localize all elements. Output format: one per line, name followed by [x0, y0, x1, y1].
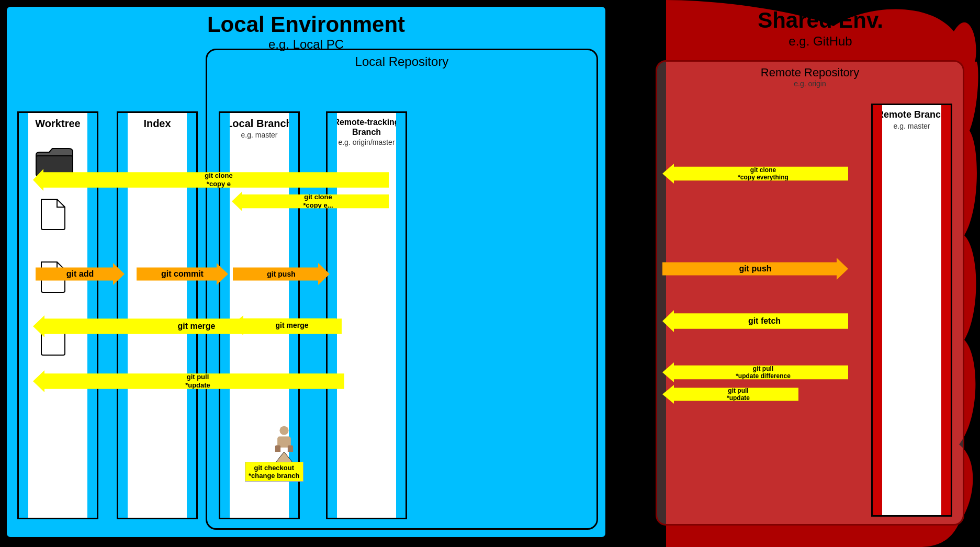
- shared-env-subtitle: e.g. GitHub: [677, 34, 964, 49]
- svg-point-1: [279, 426, 288, 435]
- remote-repo-box: Remote Repository e.g. origin Remote Bra…: [656, 60, 964, 526]
- col-remotebranch: Remote Branch e.g. master: [871, 104, 952, 517]
- git-clone-arrow-2: git clone*copy e...: [232, 191, 389, 211]
- git-merge-arrow-2: git merge: [232, 315, 336, 335]
- index-title: Index: [118, 113, 196, 131]
- git-clone-1-label: git clone*copy e: [189, 172, 232, 188]
- git-pull-1-label: git pull*update: [167, 373, 210, 389]
- local-env-title: Local Environment: [7, 7, 605, 37]
- worktree-title: Worktree: [19, 113, 97, 131]
- shared-env-title: Shared Env.: [677, 8, 964, 33]
- git-pull-3-label: git pull*update: [711, 387, 750, 402]
- file-icon-1: [39, 197, 67, 233]
- git-merge-1-label: git merge: [159, 322, 215, 331]
- shared-environment: Shared Env. e.g. GitHub Remote Repositor…: [614, 0, 980, 547]
- git-push-2-label: git push: [739, 264, 771, 274]
- git-clone-2-label: git clone*copy e...: [287, 193, 333, 209]
- git-add-label: git add: [66, 269, 94, 279]
- git-pull-2-label: git pull*update difference: [720, 365, 791, 380]
- git-push-1-label: git push: [267, 270, 295, 278]
- git-commit-label: git commit: [161, 269, 204, 279]
- localbranch-subtitle: e.g. master: [220, 131, 298, 139]
- git-clone-3-label: git clone*copy everything: [722, 166, 788, 181]
- remotetracking-title: Remote-tracking Branch: [328, 113, 405, 138]
- checkout-person-icon: [268, 425, 300, 452]
- vbar-remotebranch-right: [941, 105, 951, 515]
- remote-repo-subtitle: e.g. origin: [657, 79, 963, 88]
- remote-repo-title: Remote Repository: [657, 62, 963, 79]
- git-checkout-label: git checkout*change branch: [245, 462, 303, 482]
- vbar-remotetracking-right: [396, 113, 405, 518]
- git-pull-arrow-2: git pull*update difference: [662, 362, 848, 382]
- remotetracking-subtitle: e.g. origin/master: [328, 138, 405, 146]
- svg-rect-4: [288, 446, 293, 452]
- git-push-arrow-2: git push: [662, 258, 848, 280]
- git-clone-arrow-3: git clone*copy everything: [662, 164, 848, 184]
- remotebranch-title: Remote Branch: [873, 105, 951, 122]
- git-fetch-label: git fetch: [730, 316, 781, 326]
- svg-rect-3: [275, 446, 280, 452]
- localbranch-title: Local Branch: [220, 113, 298, 131]
- local-repo-title: Local Repository: [207, 50, 596, 69]
- vbar-worktree-left: [19, 113, 28, 518]
- vbar-remotebranch-left: [873, 105, 882, 515]
- git-merge-2-label: git merge: [260, 321, 308, 329]
- local-environment: Local Environment e.g. Local PC Local Re…: [5, 5, 607, 539]
- git-fetch-arrow: git fetch: [662, 310, 848, 332]
- remotebranch-subtitle: e.g. master: [873, 122, 951, 130]
- git-pull-arrow-3: git pull*update: [662, 385, 798, 404]
